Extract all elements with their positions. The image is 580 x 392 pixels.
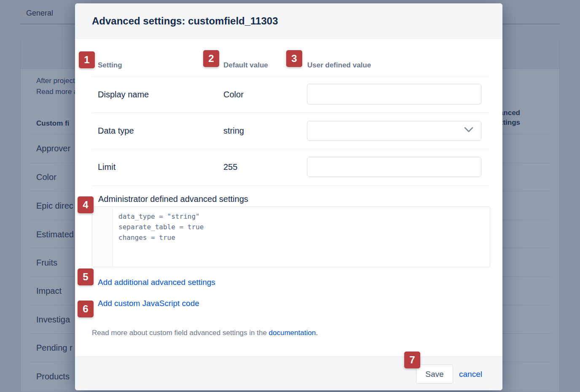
admin-advanced-settings-label: Administrator defined advanced settings xyxy=(98,194,248,204)
read-more-text: Read more about custom field advanced se… xyxy=(92,329,269,337)
annotation-badge-6: 6 xyxy=(78,301,94,317)
annotation-badge-3: 3 xyxy=(286,50,302,67)
annotation-badge-2: 2 xyxy=(203,50,219,67)
read-more-period: . xyxy=(316,329,318,337)
save-button[interactable]: Save xyxy=(416,365,453,384)
row-divider xyxy=(92,113,489,113)
advanced-settings-code: data_type = "string" separate_table = tr… xyxy=(118,211,204,243)
code-editor-gutter xyxy=(92,207,113,267)
row-divider xyxy=(92,77,489,77)
annotation-badge-4: 4 xyxy=(78,196,94,213)
documentation-link[interactable]: documentation xyxy=(269,329,316,337)
dialog-header: Advanced settings: customfield_11303 xyxy=(75,3,502,39)
default-value-data-type: string xyxy=(223,126,244,136)
column-header-setting: Setting xyxy=(98,61,122,70)
add-custom-javascript-link[interactable]: Add custom JavaScript code xyxy=(98,299,199,308)
cancel-link[interactable]: cancel xyxy=(459,365,482,384)
setting-label-limit: Limit xyxy=(98,162,115,172)
annotation-badge-5: 5 xyxy=(78,268,94,285)
setting-label-display-name: Display name xyxy=(98,90,149,99)
advanced-settings-code-editor[interactable]: data_type = "string" separate_table = tr… xyxy=(92,207,490,267)
column-header-user-defined-value: User defined value xyxy=(307,61,371,70)
display-name-input[interactable] xyxy=(307,84,481,105)
limit-input[interactable] xyxy=(307,157,481,177)
annotation-badge-1: 1 xyxy=(79,51,95,68)
column-header-default-value: Default value xyxy=(223,61,268,70)
add-additional-advanced-settings-link[interactable]: Add additional advanced settings xyxy=(98,278,215,287)
annotation-badge-7: 7 xyxy=(404,352,420,368)
setting-label-data-type: Data type xyxy=(98,126,134,136)
dialog-title: Advanced settings: customfield_11303 xyxy=(92,3,278,39)
default-value-limit: 255 xyxy=(223,162,237,172)
data-type-select[interactable] xyxy=(307,121,481,141)
read-more-note: Read more about custom field advanced se… xyxy=(92,329,318,337)
default-value-display-name: Color xyxy=(223,90,244,99)
row-divider xyxy=(92,185,489,186)
row-divider xyxy=(92,149,489,149)
chevron-down-icon xyxy=(464,127,473,133)
